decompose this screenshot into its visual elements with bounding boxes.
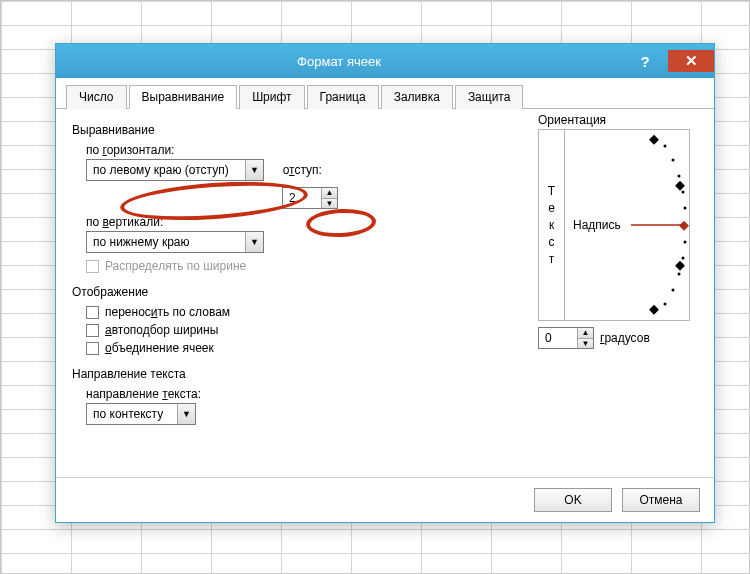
tab-content: Выравнивание по горизонтали: по левому к… bbox=[56, 109, 714, 477]
merge-label: объединение ячеек bbox=[105, 341, 214, 355]
svg-point-2 bbox=[678, 175, 681, 178]
indent-value: 2 bbox=[283, 188, 321, 208]
chevron-down-icon: ▼ bbox=[177, 404, 195, 424]
spinner-down-icon[interactable]: ▼ bbox=[578, 338, 593, 349]
svg-rect-10 bbox=[649, 135, 659, 145]
svg-rect-14 bbox=[649, 305, 659, 315]
svg-point-4 bbox=[684, 207, 687, 210]
degrees-label: градусов bbox=[600, 331, 650, 345]
help-button[interactable]: ? bbox=[622, 50, 668, 72]
tab-border[interactable]: Граница bbox=[307, 85, 379, 109]
chevron-down-icon: ▼ bbox=[245, 160, 263, 180]
svg-point-8 bbox=[672, 289, 675, 292]
vertical-value: по нижнему краю bbox=[87, 235, 245, 249]
chevron-down-icon: ▼ bbox=[245, 232, 263, 252]
titlebar: Формат ячеек ? ✕ bbox=[56, 44, 714, 78]
tab-number[interactable]: Число bbox=[66, 85, 127, 109]
orientation-group-title: Ориентация bbox=[538, 113, 698, 127]
indent-spinner[interactable]: 2 ▲ ▼ bbox=[282, 187, 338, 209]
cancel-button[interactable]: Отмена bbox=[622, 488, 700, 512]
merge-checkbox[interactable] bbox=[86, 342, 99, 355]
dialog-footer: OK Отмена bbox=[56, 477, 714, 522]
svg-point-7 bbox=[678, 273, 681, 276]
direction-combo[interactable]: по контексту ▼ bbox=[86, 403, 196, 425]
degrees-value: 0 bbox=[539, 328, 577, 348]
distribute-checkbox bbox=[86, 260, 99, 273]
direction-label: направление текста: bbox=[86, 387, 698, 401]
tab-protection[interactable]: Защита bbox=[455, 85, 524, 109]
close-button[interactable]: ✕ bbox=[668, 50, 714, 72]
format-cells-dialog: Формат ячеек ? ✕ Число Выравнивание Шриф… bbox=[55, 43, 715, 523]
svg-point-1 bbox=[672, 159, 675, 162]
wrap-checkbox[interactable] bbox=[86, 306, 99, 319]
orientation-vertical-button[interactable]: Текст bbox=[539, 130, 565, 320]
horizontal-combo[interactable]: по левому краю (отступ) ▼ bbox=[86, 159, 264, 181]
tab-alignment[interactable]: Выравнивание bbox=[129, 85, 238, 109]
distribute-label: Распределять по ширине bbox=[105, 259, 246, 273]
svg-point-0 bbox=[664, 145, 667, 148]
indent-label: отступ: bbox=[283, 163, 322, 177]
horizontal-value: по левому краю (отступ) bbox=[87, 163, 245, 177]
tabstrip: Число Выравнивание Шрифт Граница Заливка… bbox=[56, 78, 714, 109]
spinner-down-icon[interactable]: ▼ bbox=[322, 198, 337, 209]
orientation-dial[interactable]: Надпись bbox=[565, 130, 689, 320]
shrink-label: автоподбор ширины bbox=[105, 323, 218, 337]
tab-font[interactable]: Шрифт bbox=[239, 85, 304, 109]
wrap-label: переносить по словам bbox=[105, 305, 230, 319]
textdirection-group-title: Направление текста bbox=[72, 367, 698, 381]
window-title: Формат ячеек bbox=[56, 54, 622, 69]
ok-button[interactable]: OK bbox=[534, 488, 612, 512]
svg-rect-13 bbox=[675, 261, 685, 271]
svg-point-9 bbox=[664, 303, 667, 306]
shrink-checkbox[interactable] bbox=[86, 324, 99, 337]
direction-value: по контексту bbox=[87, 407, 177, 421]
svg-point-5 bbox=[684, 241, 687, 244]
svg-rect-11 bbox=[675, 181, 685, 191]
spinner-up-icon[interactable]: ▲ bbox=[578, 328, 593, 338]
vertical-combo[interactable]: по нижнему краю ▼ bbox=[86, 231, 264, 253]
svg-point-6 bbox=[682, 257, 685, 260]
degrees-spinner[interactable]: 0 ▲ ▼ bbox=[538, 327, 594, 349]
orientation-panel[interactable]: Текст Надпись bbox=[538, 129, 690, 321]
svg-point-3 bbox=[682, 191, 685, 194]
spinner-up-icon[interactable]: ▲ bbox=[322, 188, 337, 198]
tab-fill[interactable]: Заливка bbox=[381, 85, 453, 109]
